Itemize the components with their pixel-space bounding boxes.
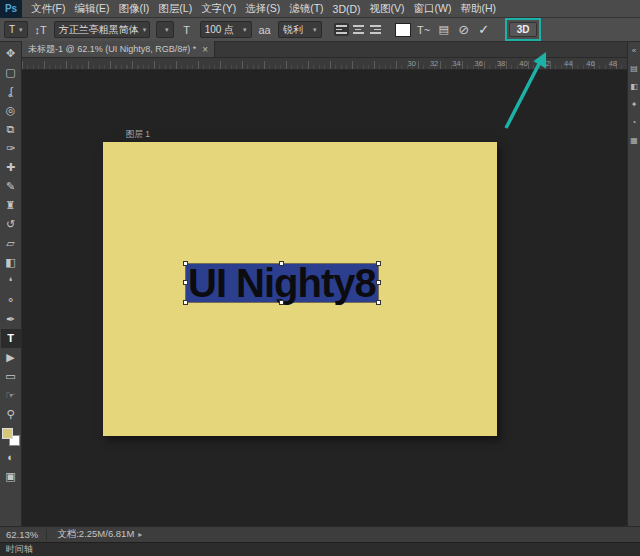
panel-icon-b[interactable]: ◧ [630,82,638,91]
transform-handle[interactable] [376,261,381,266]
menu-view[interactable]: 视图(V) [370,2,405,16]
tools-panel: ✥ ▢ ʆ ◎ ⧉ ✑ ✚ ✎ ♜ ↺ ▱ ◧ ❛ ⚬ ✒ T ▶ ▭ ☞ ⚲ … [0,42,22,526]
transform-handle[interactable] [376,280,381,285]
ruler-number: 38 [497,59,505,68]
chevron-down-icon: ▾ [243,26,247,34]
canvas[interactable]: UI Nighty8 [103,142,497,436]
text-orientation-icon[interactable]: ↕T [34,24,48,36]
lasso-tool[interactable]: ʆ [1,82,21,101]
ruler-number: 40 [519,59,527,68]
document-tab[interactable]: 未标题-1 @ 62.1% (UI Nighty8, RGB/8#) * × [22,41,215,57]
align-center-icon[interactable] [351,23,366,36]
brush-tool[interactable]: ✎ [1,177,21,196]
annotation-highlight-rect: 3D [505,18,542,41]
font-family-select[interactable]: 方正兰亭粗黑简体 ▾ [54,21,150,38]
zoom-tool[interactable]: ⚲ [1,405,21,424]
tool-preset-dropdown[interactable]: T ▾ [4,21,28,38]
ruler-number: 32 [430,59,438,68]
menu-help[interactable]: 帮助(H) [461,2,497,16]
document-size-info: 文档:2.25M/6.81M ▸ [57,528,142,541]
toggle-panels-icon[interactable]: ▤ [437,23,451,36]
crop-tool[interactable]: ⧉ [1,120,21,139]
menu-layer[interactable]: 图层(L) [158,2,192,16]
transform-handle[interactable] [183,261,188,266]
ruler-number: 42 [542,59,550,68]
ruler-number: 36 [475,59,483,68]
font-size-select[interactable]: 100 点 ▾ [200,21,252,38]
path-selection-tool[interactable]: ▶ [1,348,21,367]
font-size-value: 100 点 [205,23,234,37]
menu-filter[interactable]: 滤镜(T) [289,2,323,16]
panel-icon-a[interactable]: ▤ [630,64,638,73]
align-left-icon[interactable] [334,23,349,36]
font-style-select[interactable]: ▾ [156,21,174,38]
ruler-number: 34 [452,59,460,68]
3d-button[interactable]: 3D [509,22,538,37]
document-size-text: 文档:2.25M/6.81M [57,528,134,541]
pen-tool[interactable]: ✒ [1,310,21,329]
panel-icon-d[interactable]: ◔ [632,118,637,127]
layer-label: 图层 1 [126,129,150,141]
hand-tool[interactable]: ☞ [1,386,21,405]
shape-tool[interactable]: ▭ [1,367,21,386]
eyedropper-tool[interactable]: ✑ [1,139,21,158]
foreground-color-swatch[interactable] [2,428,13,439]
panel-icon-e[interactable]: ▦ [630,136,638,145]
status-options-caret-icon[interactable]: ▸ [138,530,142,539]
canvas-workspace: 图层 1 UI Nighty8 [22,70,627,526]
type-tool[interactable]: T [1,329,21,348]
panel-icon-c[interactable]: ✦ [631,100,638,109]
photoshop-logo: Ps [0,0,22,18]
menu-bar: Ps 文件(F) 编辑(E) 图像(I) 图层(L) 文字(Y) 选择(S) 滤… [0,0,640,18]
tab-bar: 未标题-1 @ 62.1% (UI Nighty8, RGB/8#) * × [22,42,627,58]
status-bar: 62.13% 文档:2.25M/6.81M ▸ [0,526,640,542]
transform-handle[interactable] [279,300,284,305]
transform-handle[interactable] [183,280,188,285]
healing-brush-tool[interactable]: ✚ [1,158,21,177]
close-icon[interactable]: × [202,44,208,55]
menu-type[interactable]: 文字(Y) [201,2,236,16]
gradient-tool[interactable]: ◧ [1,253,21,272]
chevron-down-icon: ▾ [19,26,23,34]
chevron-down-icon: ▾ [165,26,169,34]
type-tool-icon: T [9,24,15,35]
transform-handle[interactable] [376,300,381,305]
screen-mode-icon[interactable]: ▣ [1,467,21,486]
menu-edit[interactable]: 编辑(E) [74,2,109,16]
menu-window[interactable]: 窗口(W) [414,2,452,16]
collapse-dock-icon[interactable]: « [632,46,636,55]
menu-3d[interactable]: 3D(D) [333,3,361,15]
font-size-icon: T [180,24,194,36]
document-tab-title: 未标题-1 @ 62.1% (UI Nighty8, RGB/8#) * [28,43,196,56]
warp-text-icon[interactable]: T~ [417,24,431,36]
clone-stamp-tool[interactable]: ♜ [1,196,21,215]
ruler-number: 46 [586,59,594,68]
quick-selection-tool[interactable]: ◎ [1,101,21,120]
menu-file[interactable]: 文件(F) [31,2,65,16]
blur-tool[interactable]: ❛ [1,272,21,291]
align-right-icon[interactable] [368,23,383,36]
timeline-panel: 时间轴 [0,542,640,556]
timeline-tab[interactable]: 时间轴 [6,543,33,556]
dodge-tool[interactable]: ⚬ [1,291,21,310]
eraser-tool[interactable]: ▱ [1,234,21,253]
history-brush-tool[interactable]: ↺ [1,215,21,234]
marquee-tool[interactable]: ▢ [1,63,21,82]
cancel-edits-icon[interactable]: ⊘ [457,22,471,37]
color-swatches [2,428,20,446]
anti-alias-select[interactable]: 锐利 ▾ [278,21,322,38]
transform-handle[interactable] [279,261,284,266]
text-color-swatch[interactable] [395,23,411,37]
transform-handle[interactable] [183,300,188,305]
main-area: ✥ ▢ ʆ ◎ ⧉ ✑ ✚ ✎ ♜ ↺ ▱ ◧ ❛ ⚬ ✒ T ▶ ▭ ☞ ⚲ … [0,42,640,526]
text-selection-highlight[interactable]: UI Nighty8 [186,264,378,302]
move-tool[interactable]: ✥ [1,44,21,63]
quick-mask-icon[interactable]: ◐ [1,448,21,467]
ruler-numbers: 30 32 34 36 38 40 42 44 46 48 [408,59,617,68]
commit-edits-icon[interactable]: ✓ [477,22,491,37]
menu-select[interactable]: 选择(S) [245,2,280,16]
text-layer-bounds[interactable]: UI Nighty8 [185,263,379,303]
photoshop-window: Ps 文件(F) 编辑(E) 图像(I) 图层(L) 文字(Y) 选择(S) 滤… [0,0,640,556]
zoom-level-field[interactable]: 62.13% [4,529,47,540]
menu-image[interactable]: 图像(I) [118,2,149,16]
